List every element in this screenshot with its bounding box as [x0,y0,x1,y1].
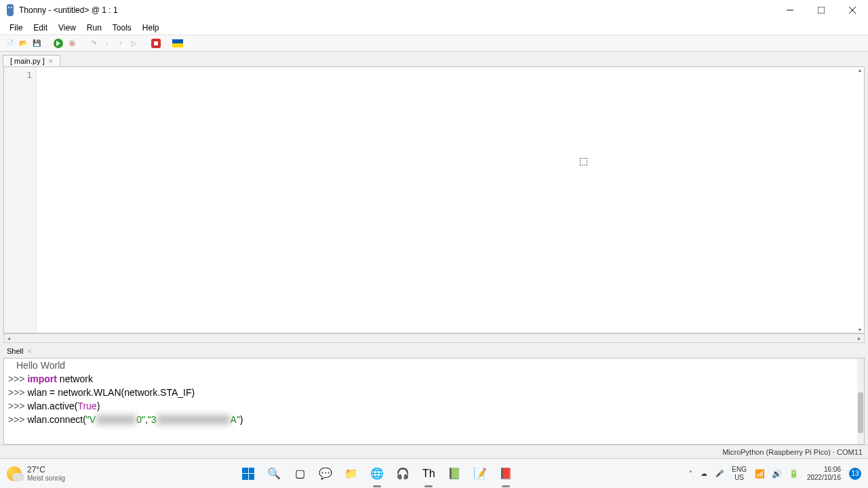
line-number: 1 [4,70,32,80]
step-into-button: ↓ [102,38,113,49]
volume-icon[interactable]: 🔊 [772,469,782,479]
statusbar: MicroPython (Raspberry Pi Pico) · COM11 [0,445,868,458]
tab-main-py[interactable]: [ main.py ] × [3,55,60,66]
minimize-button[interactable] [774,0,806,20]
tray-chevron-icon[interactable]: ˄ [689,470,692,477]
menu-tools[interactable]: Tools [107,22,137,34]
shell-line: >>> wlan = network.WLAN(network.STA_IF) [8,386,860,399]
interpreter-status[interactable]: MicroPython (Raspberry Pi Pico) · COM11 [722,448,863,456]
menu-view[interactable]: View [53,22,81,34]
support-ukraine-button[interactable] [172,38,183,49]
editor-horizontal-scrollbar[interactable]: ◂ ▸ [3,333,865,343]
step-out-button: ↑ [115,38,126,49]
shell-panel[interactable]: Hello World >>> import network >>> wlan … [3,358,865,445]
task-view-button[interactable]: ▢ [289,463,311,485]
start-button[interactable] [237,463,259,485]
camtasia-button[interactable]: 📕 [495,463,517,485]
svg-point-0 [8,7,9,8]
shell-output: Hello World [16,359,860,372]
shell-line: >>> wlan.connect("Vxxxxxxxx0","3xxxxxxxx… [8,413,860,426]
run-button[interactable] [53,38,64,49]
shell-line: >>> import network [8,372,860,386]
scroll-left-icon[interactable]: ◂ [4,334,14,342]
headphones-button[interactable]: 🎧 [392,463,414,485]
window-title: Thonny - <untitled> @ 1 : 1 [19,5,118,15]
tab-label: [ main.py ] [10,57,45,65]
chat-button[interactable]: 💬 [315,463,336,485]
shell-line: >>> wlan.active(True) [8,399,860,413]
titlebar: Thonny - <untitled> @ 1 : 1 [0,0,868,20]
menu-help[interactable]: Help [137,22,165,34]
code-area[interactable]: ⬚ [37,67,864,333]
save-button[interactable]: 💾 [31,38,42,49]
app-button-2[interactable]: 📝 [469,463,491,485]
microphone-icon[interactable]: 🎤 [715,470,724,477]
wifi-icon[interactable]: 📶 [755,469,765,479]
battery-icon[interactable]: 🔋 [789,469,799,479]
windows-taskbar: 27°C Meist sonnig 🔍 ▢ 💬 📁 🌐 🎧 Th 📗 📝 📕 ˄… [0,458,868,488]
menu-run[interactable]: Run [81,22,107,34]
resume-button: ▷ [129,38,140,49]
line-gutter: 1 [4,67,37,333]
svg-point-1 [11,7,12,8]
debug-button[interactable]: 🐞 [66,38,77,49]
scroll-right-icon[interactable]: ▸ [854,334,864,342]
editor-tabbar: [ main.py ] × [0,52,868,66]
language-indicator[interactable]: ENG US [732,466,747,482]
menubar: File Edit View Run Tools Help [0,20,868,35]
menu-file[interactable]: File [4,22,28,34]
thonny-taskbar-button[interactable]: Th [418,463,439,485]
svg-rect-3 [818,7,825,14]
toolbar: 📄 📂 💾 🐞 ↷ ↓ ↑ ▷ [0,35,868,52]
weather-text: Meist sonnig [27,474,65,482]
taskbar-center: 🔍 ▢ 💬 📁 🌐 🎧 Th 📗 📝 📕 [237,463,517,485]
maximize-button[interactable] [806,0,837,20]
open-file-button[interactable]: 📂 [18,38,28,49]
onedrive-icon[interactable]: ☁ [701,470,707,477]
close-button[interactable] [837,0,868,20]
file-explorer-button[interactable]: 📁 [340,463,362,485]
shell-close-icon[interactable]: × [27,348,31,355]
step-over-button: ↷ [88,38,99,49]
code-editor[interactable]: 1 ⬚ ▴▾ [3,66,865,333]
app-button[interactable]: 📗 [443,463,465,485]
weather-icon [7,466,22,481]
clock[interactable]: 16:06 2022/10/16 [807,466,841,482]
scrollbar-thumb[interactable] [858,392,863,433]
new-file-button[interactable]: 📄 [4,38,15,49]
tab-close-icon[interactable]: × [49,58,53,65]
thonny-icon [5,4,15,16]
search-button[interactable]: 🔍 [263,463,285,485]
menu-edit[interactable]: Edit [28,22,53,34]
mouse-cursor-icon: ⬚ [579,155,588,166]
notification-badge[interactable]: 13 [849,468,861,480]
taskbar-weather[interactable]: 27°C Meist sonnig [7,465,65,482]
editor-vertical-scrollbar[interactable]: ▴▾ [856,67,864,333]
taskbar-tray: ˄ ☁ 🎤 ENG US 📶 🔊 🔋 16:06 2022/10/16 13 [689,466,861,482]
chrome-button[interactable]: 🌐 [366,463,388,485]
stop-button[interactable] [151,38,161,49]
shell-vertical-scrollbar[interactable] [857,359,864,444]
shell-panel-label: Shell × [0,344,868,358]
temperature: 27°C [27,465,65,474]
